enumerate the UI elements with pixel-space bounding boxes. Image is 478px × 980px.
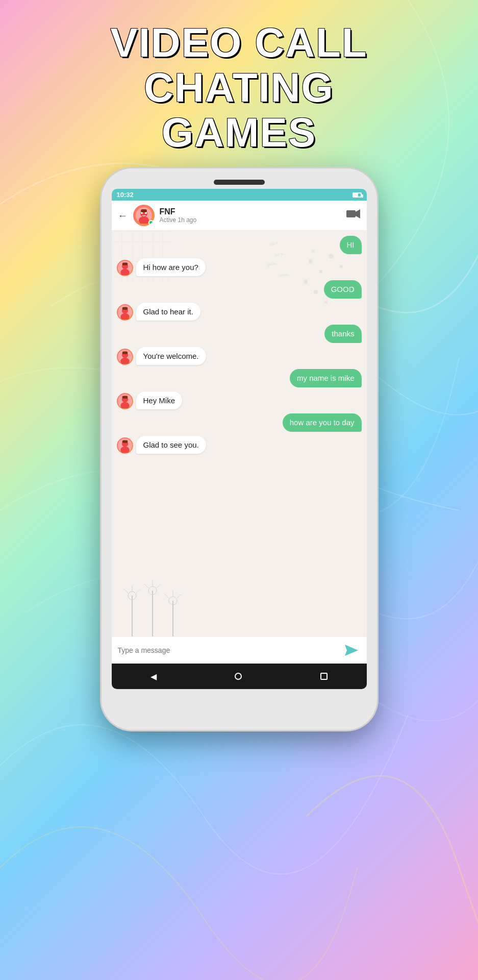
message-row: my name is mike xyxy=(117,369,362,387)
android-navbar: ◀ xyxy=(112,664,367,689)
message-avatar xyxy=(117,349,133,365)
message-row: GOOD xyxy=(117,280,362,299)
message-bubble: GOOD xyxy=(324,280,362,299)
svg-rect-5 xyxy=(141,209,147,212)
message-bubble-thanks: thanks xyxy=(324,325,361,343)
message-row: Hey Mike xyxy=(117,391,362,410)
contact-info: FNF Active 1h ago xyxy=(160,207,341,224)
status-bar-right xyxy=(353,192,362,198)
message-avatar xyxy=(117,437,133,454)
message-row: Glad to hear it. xyxy=(117,303,362,321)
phone-frame: 10:32 ← xyxy=(102,168,377,730)
chat-body: elit e... yet a... giele... lorea... xyxy=(112,231,367,636)
svg-marker-56 xyxy=(345,645,358,656)
message-row: HI xyxy=(117,236,362,254)
back-button[interactable]: ← xyxy=(118,210,128,222)
svg-rect-27 xyxy=(122,307,128,310)
message-row: Hi how are you? xyxy=(117,258,362,277)
message-bubble: Glad to hear it. xyxy=(136,303,200,321)
page-title: VIDEO CALL CHATING GAMES xyxy=(0,20,478,155)
message-bubble: how are you to day xyxy=(283,413,362,432)
svg-rect-23 xyxy=(122,263,128,265)
svg-marker-7 xyxy=(356,209,360,218)
online-indicator xyxy=(148,220,154,225)
svg-rect-6 xyxy=(346,210,356,217)
contact-avatar xyxy=(133,205,155,226)
message-row: You're welcome. xyxy=(117,347,362,365)
message-bubble: my name is mike xyxy=(290,369,362,387)
message-bubble: You're welcome. xyxy=(136,347,206,365)
message-avatar xyxy=(117,304,133,321)
status-bar: 10:32 xyxy=(112,189,367,201)
contact-name: FNF xyxy=(160,207,341,216)
message-row: how are you to day xyxy=(117,413,362,432)
message-bubble: HI xyxy=(340,236,362,254)
nav-back-button[interactable]: ◀ xyxy=(150,672,157,681)
phone-screen: 10:32 ← xyxy=(112,189,367,689)
message-bubble: Hey Mike xyxy=(136,391,183,410)
messages-list: HI Hi how are you? xyxy=(112,231,367,636)
video-call-button[interactable] xyxy=(346,209,361,222)
message-row: Glad to see you. xyxy=(117,436,362,454)
status-time: 10:32 xyxy=(117,191,134,199)
svg-rect-31 xyxy=(122,352,128,354)
battery-icon xyxy=(353,192,362,198)
chat-header: ← FNF Active 1h ago xyxy=(112,201,367,231)
chat-input-area xyxy=(112,636,367,664)
svg-rect-35 xyxy=(122,396,128,399)
svg-rect-39 xyxy=(122,440,128,443)
battery-fill xyxy=(354,193,359,197)
message-bubble: Glad to see you. xyxy=(136,436,206,454)
message-row: thanks xyxy=(117,325,362,343)
message-avatar xyxy=(117,260,133,276)
contact-status: Active 1h ago xyxy=(160,216,341,224)
message-avatar xyxy=(117,393,133,409)
message-bubble: Hi how are you? xyxy=(136,258,206,277)
nav-recents-button[interactable] xyxy=(320,673,328,680)
phone-speaker xyxy=(214,180,265,185)
message-input[interactable] xyxy=(118,646,338,654)
send-button[interactable] xyxy=(342,641,361,659)
nav-home-button[interactable] xyxy=(235,673,242,680)
